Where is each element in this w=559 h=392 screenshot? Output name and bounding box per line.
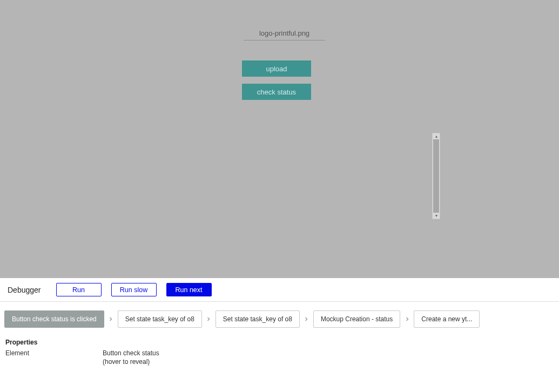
- check-status-button[interactable]: check status: [242, 84, 311, 100]
- workflow-step[interactable]: Create a new yt...: [414, 310, 480, 328]
- chevron-right-icon: [402, 316, 412, 322]
- properties-row: Element Button check status (hover to re…: [5, 349, 554, 366]
- inner-scrollbar[interactable]: ▴ ▾: [432, 133, 440, 219]
- scroll-up-icon[interactable]: ▴: [433, 133, 440, 139]
- properties-section: Properties Element Button check status (…: [0, 336, 559, 368]
- debugger-panel: Debugger Run Run slow Run next Button ch…: [0, 278, 559, 392]
- properties-heading: Properties: [5, 339, 554, 346]
- preview-canvas: logo-printful.png upload check status ▴ …: [0, 0, 559, 278]
- chevron-right-icon: [106, 316, 116, 322]
- upload-button[interactable]: upload: [242, 60, 311, 77]
- debugger-toolbar: Debugger Run Run slow Run next: [0, 278, 559, 302]
- filename-display: logo-printful.png: [244, 29, 325, 40]
- scroll-thumb[interactable]: [433, 139, 439, 213]
- run-button[interactable]: Run: [56, 283, 102, 296]
- run-slow-button[interactable]: Run slow: [111, 283, 157, 296]
- debugger-title: Debugger: [8, 286, 41, 294]
- properties-element-label: Element: [5, 349, 103, 366]
- workflow-step[interactable]: Set state task_key of o8: [215, 310, 300, 328]
- chevron-right-icon: [204, 316, 213, 322]
- workflow-step[interactable]: Mockup Creation - status: [313, 310, 400, 328]
- properties-element-value[interactable]: Button check status (hover to reveal): [103, 349, 178, 366]
- scroll-down-icon[interactable]: ▾: [433, 213, 440, 219]
- workflow-step[interactable]: Set state task_key of o8: [118, 310, 202, 328]
- run-next-button[interactable]: Run next: [166, 283, 212, 296]
- workflow-step[interactable]: Button check status is clicked: [4, 310, 104, 328]
- workflow-steps: Button check status is clickedSet state …: [0, 302, 559, 336]
- chevron-right-icon: [302, 316, 311, 322]
